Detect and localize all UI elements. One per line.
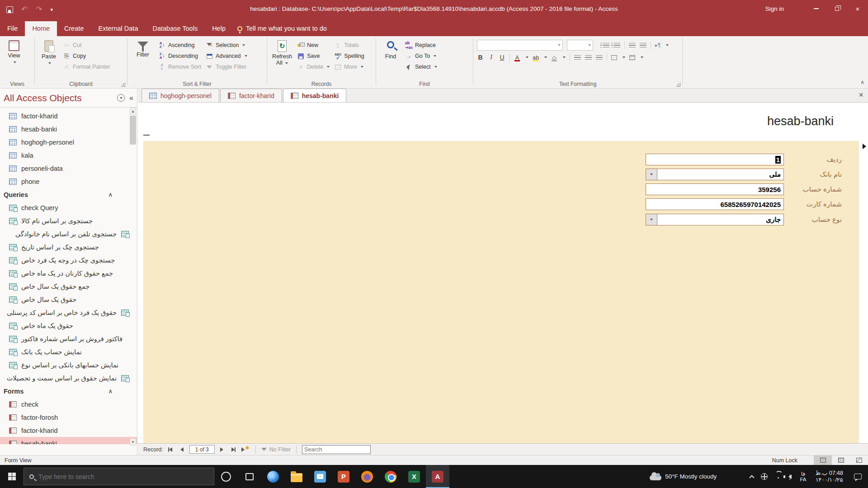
spelling-button[interactable]: ABC✓Spelling: [332, 51, 366, 61]
clock[interactable]: 07:48 ب.ظ ۱۴۰۰/۱۰/۲۵: [811, 470, 848, 483]
collapse-section-icon[interactable]: ∧: [108, 191, 112, 198]
format-painter-button[interactable]: ✐Format Painter: [61, 61, 112, 72]
datasheet-view-icon[interactable]: [832, 455, 850, 465]
nav-query-item[interactable]: حقوق یک سال خاص: [0, 293, 137, 306]
nav-query-item[interactable]: نمایش حقوق بر اساس سمت و تحصیلات: [0, 371, 137, 385]
font-name-combo[interactable]: [477, 40, 563, 51]
start-button[interactable]: [0, 465, 24, 488]
tab-database-tools[interactable]: Database Tools: [145, 21, 205, 36]
record-position[interactable]: 1 of 3: [189, 445, 215, 454]
firefox-button[interactable]: [355, 465, 379, 488]
totals-button[interactable]: ΣTotals: [332, 40, 366, 51]
record-search-input[interactable]: [302, 445, 371, 454]
nav-section-forms[interactable]: Forms∧: [0, 385, 137, 398]
nav-query-item[interactable]: check Query: [0, 201, 137, 214]
scroll-up-icon[interactable]: ▲: [130, 108, 136, 115]
collapse-ribbon-icon[interactable]: ∧: [860, 79, 864, 85]
gridlines-icon[interactable]: [611, 55, 617, 60]
task-view-button[interactable]: [238, 465, 261, 488]
layout-view-icon[interactable]: [850, 455, 868, 465]
text-formatting-dialog-launcher-icon[interactable]: [676, 83, 680, 87]
store-button[interactable]: [308, 465, 332, 488]
ascending-button[interactable]: AZ↓Ascending: [156, 40, 203, 51]
refresh-all-button[interactable]: ↻ RefreshAll: [270, 39, 294, 72]
font-color-icon[interactable]: A: [514, 54, 520, 61]
nav-query-item[interactable]: جستجوی تلفن بر اساس نام خانوادگی: [0, 227, 137, 240]
form-view-icon[interactable]: [814, 455, 832, 465]
network-button[interactable]: [757, 465, 771, 488]
nav-query-item[interactable]: نمایش حسابهای بانکی بر اساس نوع: [0, 358, 137, 371]
increase-indent-icon[interactable]: [640, 43, 646, 48]
taskbar-search-input[interactable]: [38, 473, 208, 480]
nav-table-item[interactable]: hesab-banki: [0, 122, 137, 136]
first-record-icon[interactable]: [166, 445, 175, 454]
minimize-button[interactable]: [806, 0, 826, 17]
align-right-icon[interactable]: [596, 55, 603, 60]
nav-form-item[interactable]: factor-forosh: [0, 411, 137, 424]
select-button[interactable]: ◤Select: [403, 61, 439, 72]
taskbar-search-box[interactable]: [24, 468, 214, 485]
nav-table-item[interactable]: phone: [0, 175, 137, 188]
nav-query-item[interactable]: فاکتور فروش بر اساس شماره فاکتور: [0, 332, 137, 345]
nav-section-queries[interactable]: Queries∧: [0, 188, 137, 201]
combo-dropdown-icon[interactable]: [646, 169, 657, 180]
doc-tab-hoghogh-personel[interactable]: hoghogh-personel: [142, 89, 219, 102]
show-hidden-icons-button[interactable]: [746, 465, 757, 488]
save-record-button[interactable]: Save: [295, 51, 331, 61]
new-record-icon[interactable]: ✱: [241, 445, 250, 454]
italic-button[interactable]: I: [488, 54, 495, 61]
nav-table-item[interactable]: hoghogh-personel: [0, 136, 137, 149]
collapse-section-icon[interactable]: ∧: [108, 388, 112, 394]
action-center-button[interactable]: [848, 465, 868, 488]
find-button[interactable]: Find: [379, 39, 402, 72]
nav-scrollbar[interactable]: ▲ ▼: [130, 108, 136, 451]
bullets-icon[interactable]: [603, 43, 609, 48]
underline-button[interactable]: U: [499, 54, 505, 61]
tell-me-box[interactable]: Tell me what you want to do: [233, 21, 331, 36]
edge-button[interactable]: [261, 465, 285, 488]
nav-form-item[interactable]: check: [0, 398, 137, 411]
tab-file[interactable]: File: [0, 21, 25, 36]
nav-query-item[interactable]: حقوق یک ماه خاص: [0, 319, 137, 332]
numbering-icon[interactable]: [613, 43, 620, 48]
nav-table-item[interactable]: kala: [0, 149, 137, 162]
combo-dropdown-icon[interactable]: [646, 214, 657, 225]
nav-menu-dropdown-icon[interactable]: [117, 94, 125, 102]
doc-tab-factor-kharid[interactable]: factor-kharid: [220, 89, 282, 102]
close-button[interactable]: ×: [847, 0, 868, 17]
doc-tab-hesab-banki[interactable]: hesab-banki: [283, 89, 347, 102]
new-record-button[interactable]: ✱New: [295, 40, 331, 51]
bold-button[interactable]: B: [477, 54, 484, 61]
tab-help[interactable]: Help: [205, 21, 233, 36]
weather-widget[interactable]: 50°F Mostly cloudy: [643, 473, 723, 480]
nav-form-item-selected[interactable]: hesab-banki: [0, 437, 137, 444]
scroll-down-icon[interactable]: ▼: [130, 438, 136, 446]
close-document-icon[interactable]: ×: [859, 91, 863, 99]
next-record-icon[interactable]: [217, 445, 226, 454]
excel-button[interactable]: X: [402, 465, 426, 488]
language-indicator[interactable]: فا FA: [795, 471, 811, 482]
remove-sort-button[interactable]: AZRemove Sort: [156, 61, 203, 72]
paste-button[interactable]: Paste: [38, 39, 60, 72]
last-record-icon[interactable]: [229, 445, 238, 454]
powerpoint-button[interactable]: P: [332, 465, 355, 488]
nav-query-item[interactable]: جستجوی چک در وجه یک فرد خاص: [0, 253, 137, 267]
view-button[interactable]: View: [3, 39, 25, 66]
navigation-pane-header[interactable]: All Access Objects «: [0, 89, 137, 108]
nav-query-item[interactable]: حقوق یک فرد خاص بر اساس کد پرسنلی: [0, 306, 137, 319]
nav-query-item[interactable]: جمع حقوق کارنان در یک ماه خاص: [0, 267, 137, 280]
nav-query-item[interactable]: جستجوی بر اساس نام کالا: [0, 214, 137, 227]
access-button[interactable]: A: [426, 465, 449, 488]
more-button[interactable]: More: [332, 61, 366, 72]
copy-button[interactable]: ⎘Copy: [61, 51, 112, 61]
selection-button[interactable]: ϟSelection: [204, 40, 249, 51]
align-center-icon[interactable]: [585, 55, 592, 60]
cut-button[interactable]: ✂Cut: [61, 40, 112, 51]
no-filter-label[interactable]: No Filter: [269, 446, 291, 453]
shutter-close-icon[interactable]: «: [129, 94, 133, 102]
nav-query-item[interactable]: جستجوی چک بر اساس تاریخ: [0, 240, 137, 253]
background-color-icon[interactable]: ◇: [551, 54, 557, 61]
align-left-icon[interactable]: [574, 55, 581, 60]
nav-table-item[interactable]: factor-kharid: [0, 109, 137, 122]
volume-button[interactable]: [785, 465, 795, 488]
